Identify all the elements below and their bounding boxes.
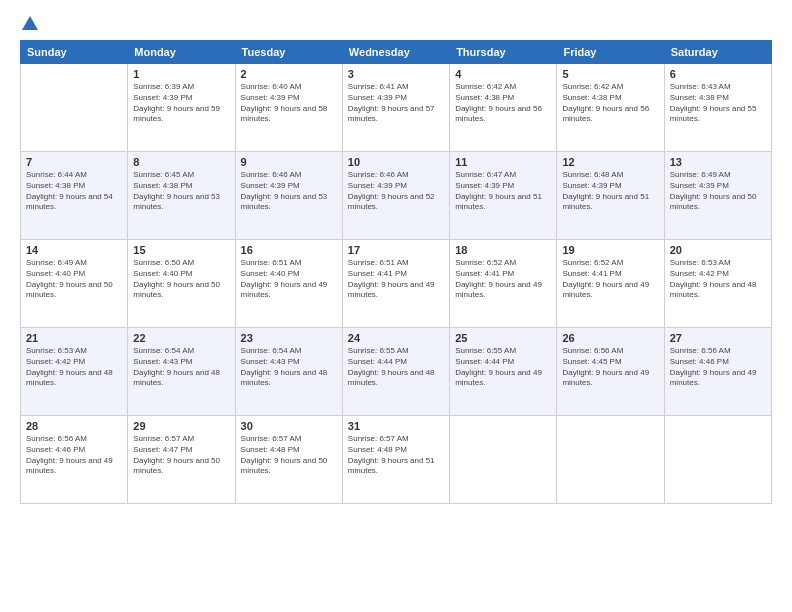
week-row-4: 21Sunrise: 6:53 AMSunset: 4:42 PMDayligh… — [21, 328, 772, 416]
day-number: 5 — [562, 68, 658, 80]
calendar-cell: 15Sunrise: 6:50 AMSunset: 4:40 PMDayligh… — [128, 240, 235, 328]
calendar-cell: 28Sunrise: 6:56 AMSunset: 4:46 PMDayligh… — [21, 416, 128, 504]
day-number: 22 — [133, 332, 229, 344]
calendar-cell: 27Sunrise: 6:56 AMSunset: 4:46 PMDayligh… — [664, 328, 771, 416]
calendar-cell — [557, 416, 664, 504]
day-number: 10 — [348, 156, 444, 168]
cell-info: Sunrise: 6:42 AMSunset: 4:38 PMDaylight:… — [455, 82, 551, 125]
calendar-cell: 10Sunrise: 6:46 AMSunset: 4:39 PMDayligh… — [342, 152, 449, 240]
cell-info: Sunrise: 6:49 AMSunset: 4:40 PMDaylight:… — [26, 258, 122, 301]
cell-info: Sunrise: 6:49 AMSunset: 4:39 PMDaylight:… — [670, 170, 766, 213]
day-number: 14 — [26, 244, 122, 256]
day-number: 2 — [241, 68, 337, 80]
calendar-cell: 7Sunrise: 6:44 AMSunset: 4:38 PMDaylight… — [21, 152, 128, 240]
cell-info: Sunrise: 6:42 AMSunset: 4:38 PMDaylight:… — [562, 82, 658, 125]
weekday-wednesday: Wednesday — [342, 41, 449, 64]
calendar-cell: 8Sunrise: 6:45 AMSunset: 4:38 PMDaylight… — [128, 152, 235, 240]
calendar-cell: 17Sunrise: 6:51 AMSunset: 4:41 PMDayligh… — [342, 240, 449, 328]
calendar-cell: 16Sunrise: 6:51 AMSunset: 4:40 PMDayligh… — [235, 240, 342, 328]
day-number: 15 — [133, 244, 229, 256]
cell-info: Sunrise: 6:47 AMSunset: 4:39 PMDaylight:… — [455, 170, 551, 213]
day-number: 16 — [241, 244, 337, 256]
cell-info: Sunrise: 6:50 AMSunset: 4:40 PMDaylight:… — [133, 258, 229, 301]
calendar-cell: 6Sunrise: 6:43 AMSunset: 4:38 PMDaylight… — [664, 64, 771, 152]
day-number: 3 — [348, 68, 444, 80]
header — [20, 16, 772, 32]
weekday-header-row: SundayMondayTuesdayWednesdayThursdayFrid… — [21, 41, 772, 64]
day-number: 17 — [348, 244, 444, 256]
week-row-5: 28Sunrise: 6:56 AMSunset: 4:46 PMDayligh… — [21, 416, 772, 504]
cell-info: Sunrise: 6:45 AMSunset: 4:38 PMDaylight:… — [133, 170, 229, 213]
cell-info: Sunrise: 6:51 AMSunset: 4:40 PMDaylight:… — [241, 258, 337, 301]
calendar-cell: 23Sunrise: 6:54 AMSunset: 4:43 PMDayligh… — [235, 328, 342, 416]
calendar-cell: 3Sunrise: 6:41 AMSunset: 4:39 PMDaylight… — [342, 64, 449, 152]
calendar-table: SundayMondayTuesdayWednesdayThursdayFrid… — [20, 40, 772, 504]
week-row-1: 1Sunrise: 6:39 AMSunset: 4:39 PMDaylight… — [21, 64, 772, 152]
cell-info: Sunrise: 6:40 AMSunset: 4:39 PMDaylight:… — [241, 82, 337, 125]
day-number: 8 — [133, 156, 229, 168]
calendar-cell: 11Sunrise: 6:47 AMSunset: 4:39 PMDayligh… — [450, 152, 557, 240]
day-number: 21 — [26, 332, 122, 344]
calendar-cell: 18Sunrise: 6:52 AMSunset: 4:41 PMDayligh… — [450, 240, 557, 328]
day-number: 27 — [670, 332, 766, 344]
calendar-cell: 2Sunrise: 6:40 AMSunset: 4:39 PMDaylight… — [235, 64, 342, 152]
calendar-cell: 5Sunrise: 6:42 AMSunset: 4:38 PMDaylight… — [557, 64, 664, 152]
cell-info: Sunrise: 6:52 AMSunset: 4:41 PMDaylight:… — [562, 258, 658, 301]
calendar-cell: 22Sunrise: 6:54 AMSunset: 4:43 PMDayligh… — [128, 328, 235, 416]
cell-info: Sunrise: 6:48 AMSunset: 4:39 PMDaylight:… — [562, 170, 658, 213]
cell-info: Sunrise: 6:46 AMSunset: 4:39 PMDaylight:… — [241, 170, 337, 213]
day-number: 28 — [26, 420, 122, 432]
weekday-saturday: Saturday — [664, 41, 771, 64]
day-number: 23 — [241, 332, 337, 344]
calendar-cell: 19Sunrise: 6:52 AMSunset: 4:41 PMDayligh… — [557, 240, 664, 328]
calendar-cell: 31Sunrise: 6:57 AMSunset: 4:48 PMDayligh… — [342, 416, 449, 504]
calendar-cell: 1Sunrise: 6:39 AMSunset: 4:39 PMDaylight… — [128, 64, 235, 152]
cell-info: Sunrise: 6:56 AMSunset: 4:45 PMDaylight:… — [562, 346, 658, 389]
calendar-cell: 20Sunrise: 6:53 AMSunset: 4:42 PMDayligh… — [664, 240, 771, 328]
cell-info: Sunrise: 6:52 AMSunset: 4:41 PMDaylight:… — [455, 258, 551, 301]
day-number: 18 — [455, 244, 551, 256]
calendar-cell: 30Sunrise: 6:57 AMSunset: 4:48 PMDayligh… — [235, 416, 342, 504]
cell-info: Sunrise: 6:57 AMSunset: 4:48 PMDaylight:… — [241, 434, 337, 477]
cell-info: Sunrise: 6:54 AMSunset: 4:43 PMDaylight:… — [133, 346, 229, 389]
weekday-thursday: Thursday — [450, 41, 557, 64]
day-number: 20 — [670, 244, 766, 256]
calendar-cell — [450, 416, 557, 504]
day-number: 26 — [562, 332, 658, 344]
logo — [20, 16, 38, 32]
day-number: 9 — [241, 156, 337, 168]
cell-info: Sunrise: 6:46 AMSunset: 4:39 PMDaylight:… — [348, 170, 444, 213]
day-number: 12 — [562, 156, 658, 168]
cell-info: Sunrise: 6:44 AMSunset: 4:38 PMDaylight:… — [26, 170, 122, 213]
day-number: 6 — [670, 68, 766, 80]
day-number: 11 — [455, 156, 551, 168]
cell-info: Sunrise: 6:43 AMSunset: 4:38 PMDaylight:… — [670, 82, 766, 125]
cell-info: Sunrise: 6:53 AMSunset: 4:42 PMDaylight:… — [670, 258, 766, 301]
day-number: 30 — [241, 420, 337, 432]
weekday-sunday: Sunday — [21, 41, 128, 64]
cell-info: Sunrise: 6:51 AMSunset: 4:41 PMDaylight:… — [348, 258, 444, 301]
week-row-2: 7Sunrise: 6:44 AMSunset: 4:38 PMDaylight… — [21, 152, 772, 240]
calendar-cell: 25Sunrise: 6:55 AMSunset: 4:44 PMDayligh… — [450, 328, 557, 416]
cell-info: Sunrise: 6:57 AMSunset: 4:48 PMDaylight:… — [348, 434, 444, 477]
day-number: 31 — [348, 420, 444, 432]
cell-info: Sunrise: 6:55 AMSunset: 4:44 PMDaylight:… — [348, 346, 444, 389]
calendar-cell: 14Sunrise: 6:49 AMSunset: 4:40 PMDayligh… — [21, 240, 128, 328]
day-number: 19 — [562, 244, 658, 256]
day-number: 25 — [455, 332, 551, 344]
svg-marker-0 — [22, 16, 38, 30]
cell-info: Sunrise: 6:53 AMSunset: 4:42 PMDaylight:… — [26, 346, 122, 389]
day-number: 7 — [26, 156, 122, 168]
cell-info: Sunrise: 6:54 AMSunset: 4:43 PMDaylight:… — [241, 346, 337, 389]
calendar-cell: 26Sunrise: 6:56 AMSunset: 4:45 PMDayligh… — [557, 328, 664, 416]
calendar-cell: 12Sunrise: 6:48 AMSunset: 4:39 PMDayligh… — [557, 152, 664, 240]
cell-info: Sunrise: 6:56 AMSunset: 4:46 PMDaylight:… — [670, 346, 766, 389]
day-number: 24 — [348, 332, 444, 344]
cell-info: Sunrise: 6:55 AMSunset: 4:44 PMDaylight:… — [455, 346, 551, 389]
calendar-cell: 29Sunrise: 6:57 AMSunset: 4:47 PMDayligh… — [128, 416, 235, 504]
calendar-cell — [21, 64, 128, 152]
weekday-monday: Monday — [128, 41, 235, 64]
calendar-cell: 13Sunrise: 6:49 AMSunset: 4:39 PMDayligh… — [664, 152, 771, 240]
calendar-cell: 24Sunrise: 6:55 AMSunset: 4:44 PMDayligh… — [342, 328, 449, 416]
day-number: 4 — [455, 68, 551, 80]
